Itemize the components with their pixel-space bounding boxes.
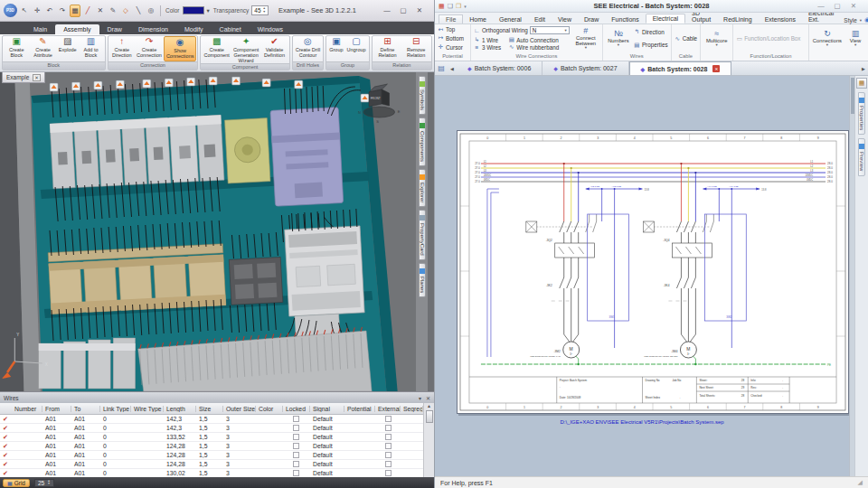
tab-extensions[interactable]: Extensions <box>759 15 802 23</box>
table-row[interactable]: ✔A01A010142,31,53Default <box>0 415 423 424</box>
close-icon[interactable]: ✕ <box>426 395 430 401</box>
tab-main[interactable]: Main <box>25 24 55 34</box>
locked-checkbox[interactable] <box>293 425 299 431</box>
create-component-button[interactable]: ▩Create Component <box>202 36 231 63</box>
tab-scroll-left-icon[interactable]: ◀ <box>448 61 457 75</box>
transparency-stepper[interactable]: 45 ▲▼ <box>251 5 269 15</box>
wires-panel-header[interactable]: Wires ▾ ✕ <box>0 392 434 403</box>
locked-checkbox[interactable] <box>293 461 299 467</box>
doc-tab-0027[interactable]: ◆ Batch System: 0027 <box>542 61 628 75</box>
viewport-doc-tab[interactable]: Example ✕ <box>2 72 45 83</box>
wires-table[interactable]: Number From To Link Type Wire Type Lengt… <box>0 403 423 477</box>
col-link-type[interactable]: Link Type <box>100 406 131 412</box>
pen-icon[interactable]: ✎ <box>108 5 118 17</box>
create-drill-contour-button[interactable]: ◎Create Drill Contour <box>294 36 323 61</box>
sidebar-tab-components[interactable]: Components <box>419 117 426 166</box>
add-to-block-button[interactable]: ▥Add to Block <box>79 36 104 61</box>
create-block-button[interactable]: ▣Create Block <box>4 36 29 61</box>
doc-tab-close-icon[interactable]: ✕ <box>33 74 41 81</box>
potential-bottom-button[interactable]: ↦Bottom <box>437 34 468 42</box>
redo-icon[interactable]: ↷ <box>57 5 68 17</box>
locked-checkbox[interactable] <box>293 470 299 476</box>
help-icon[interactable]: ◉ <box>864 16 868 23</box>
compass-icon[interactable]: ◎ <box>146 5 156 17</box>
col-number[interactable]: Number <box>12 406 42 412</box>
grid-size-stepper[interactable]: 25 ▲▼ <box>34 479 54 487</box>
pages-icon[interactable]: ▤ <box>435 61 448 75</box>
properties-button[interactable]: ▤Properties <box>633 42 669 49</box>
tab-draw[interactable]: Draw <box>99 24 130 34</box>
scrollbar-thumb[interactable] <box>851 78 854 114</box>
orthogonal-wiring-control[interactable]: ∟ Orthogonal Wiring N▾ <box>473 26 571 34</box>
connect-between-button[interactable]: # Connect Between ▾ <box>571 25 600 52</box>
tab-file[interactable]: File <box>439 14 463 23</box>
schematic-page[interactable]: 0123456789 0123456789 27.0 <box>457 130 849 414</box>
toolbox-icon[interactable]: ▦ <box>856 78 867 89</box>
sidebar-tab-propertycard[interactable]: PropertyCard <box>419 210 426 260</box>
col-wire-type[interactable]: Wire Type <box>131 406 164 412</box>
locked-checkbox[interactable] <box>293 443 299 449</box>
scrollbar-thumb[interactable] <box>426 410 433 423</box>
external-checkbox[interactable] <box>385 443 392 449</box>
resize-grip-icon[interactable]: ◢ <box>858 479 863 486</box>
tab-edit[interactable]: Edit <box>528 15 552 23</box>
potential-top-button[interactable]: ↤Top <box>437 26 468 33</box>
tab-functions[interactable]: Functions <box>605 15 645 23</box>
table-row[interactable]: ✔A01A010142,31,53Default <box>0 424 423 433</box>
tab-assembly[interactable]: Assembly <box>55 24 99 34</box>
function-location-box-button[interactable]: ▭Function/Location Box <box>735 35 801 42</box>
minimize-button[interactable]: — <box>382 6 392 14</box>
remove-relation-button[interactable]: ⊟Remove Relation <box>401 36 430 61</box>
doc-tab-0028[interactable]: ◆ Batch System: 0028 ✕ <box>629 61 732 75</box>
table-row[interactable]: ✔A01A010124,281,53Default <box>0 451 423 460</box>
explode-button[interactable]: ▨Explode <box>57 36 79 61</box>
external-checkbox[interactable] <box>385 452 392 458</box>
tab-electrical[interactable]: Electrical <box>646 14 685 23</box>
table-row[interactable]: ✔A01A010133,521,53Default <box>0 433 423 442</box>
potential-cursor-button[interactable]: ✛Cursor <box>437 43 468 51</box>
close-button[interactable]: ✕ <box>414 6 425 14</box>
show-connections-button[interactable]: ◉Show Connections <box>164 36 197 61</box>
minimize-button[interactable]: — <box>816 2 826 10</box>
tab-windows[interactable]: Windows <box>250 24 291 34</box>
tab-home[interactable]: Home <box>463 15 493 23</box>
tab-dimension[interactable]: Dimension <box>130 24 176 34</box>
sidebar-tab-properties[interactable]: Properties <box>858 92 865 135</box>
external-checkbox[interactable] <box>385 434 392 440</box>
tab-cabinet[interactable]: Cabinet <box>212 24 250 34</box>
delete-icon[interactable]: ✕ <box>95 5 106 17</box>
maximize-button[interactable]: ▢ <box>832 2 843 10</box>
col-color[interactable]: Color <box>256 406 283 412</box>
define-relation-button[interactable]: ⊞Define Relation <box>373 36 402 61</box>
wire-rubberband-button[interactable]: ∿Wire rubberband <box>507 43 560 51</box>
close-tab-icon[interactable]: ✕ <box>712 65 720 72</box>
select-icon[interactable]: ↖ <box>19 5 30 17</box>
create-connection-button[interactable]: ↷Create Connection <box>135 36 164 61</box>
viewport-3d[interactable]: Example ✕ <box>0 72 416 391</box>
pin-icon[interactable]: ▾ <box>419 395 421 401</box>
tab-redlining[interactable]: RedLining <box>717 15 759 23</box>
col-from[interactable]: From <box>42 406 71 412</box>
col-outer-size[interactable]: Outer Size <box>223 406 256 412</box>
tab-scroll-right-icon[interactable]: ▶ <box>859 61 868 75</box>
tab-view[interactable]: View <box>552 15 578 23</box>
measure-icon[interactable]: ╲ <box>133 5 144 17</box>
move-icon[interactable]: ✛ <box>32 5 42 17</box>
three-wires-button[interactable]: ≡3 Wires <box>473 44 502 51</box>
col-locked[interactable]: Locked <box>283 406 310 412</box>
spinner-arrows-icon[interactable]: ▲▼ <box>47 480 50 486</box>
col-external[interactable]: External <box>375 406 401 412</box>
locked-checkbox[interactable] <box>293 434 299 440</box>
group-button[interactable]: ▣Group <box>327 36 344 61</box>
color-dropdown-icon[interactable]: ▾ <box>207 7 210 14</box>
component-generation-wizard-button[interactable]: ✦Component Generation Wizard <box>231 36 260 63</box>
col-segregation[interactable]: Segregatio... <box>401 406 423 412</box>
connections-button[interactable]: ↻ Connections ▾ <box>811 25 844 52</box>
table-row[interactable]: ✔A01A010130,021,53Default <box>0 469 423 477</box>
sidebar-tab-preview[interactable]: Preview <box>858 138 865 175</box>
tab-general[interactable]: General <box>493 15 528 23</box>
col-to[interactable]: To <box>71 406 100 412</box>
sidebar-tab-explorer[interactable]: Explorer <box>419 169 426 207</box>
external-checkbox[interactable] <box>385 461 392 467</box>
auto-connection-button[interactable]: ▤Auto Connection <box>507 36 560 43</box>
